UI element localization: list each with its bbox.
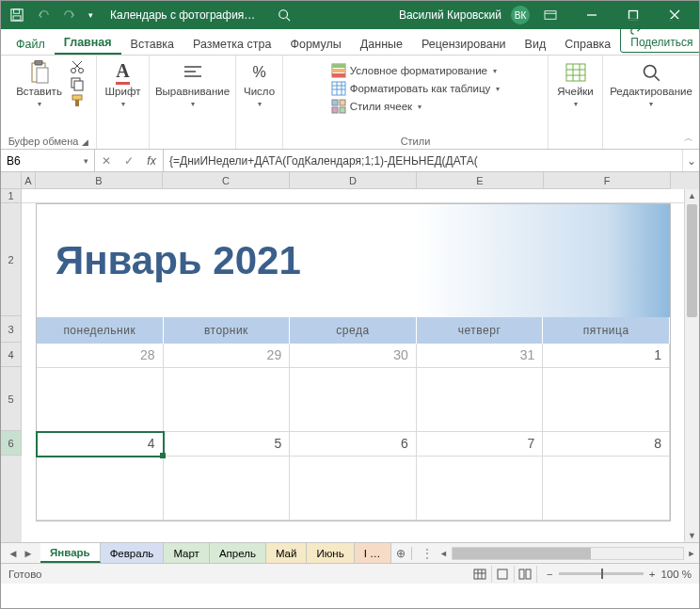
chevron-down-icon[interactable]: ▾ (84, 156, 88, 166)
scroll-up-icon[interactable]: ▲ (685, 189, 699, 202)
expand-formula-bar[interactable]: ⌄ (682, 150, 699, 171)
col-header[interactable]: C (163, 172, 290, 189)
col-header[interactable]: E (417, 172, 544, 189)
sheet-tab[interactable]: І … (355, 543, 391, 563)
zoom-out-button[interactable]: − (547, 569, 553, 580)
calendar-cell[interactable] (290, 457, 417, 521)
font-dropdown[interactable]: A Шрифт ▾ (102, 59, 145, 110)
calendar-cell[interactable] (37, 368, 164, 432)
sheet-nav-next[interactable]: ► (22, 548, 35, 559)
row-header[interactable]: 1 (1, 189, 22, 203)
conditional-formatting-button[interactable]: Условное форматирование▾ (331, 63, 497, 78)
row-header[interactable]: 6 (1, 431, 22, 456)
calendar-cell[interactable] (164, 457, 291, 521)
user-name[interactable]: Василий Кировский (399, 8, 501, 22)
cells-dropdown[interactable]: Ячейки ▾ (553, 59, 597, 110)
scroll-left-icon[interactable]: ◄ (437, 549, 452, 558)
collapse-ribbon-button[interactable]: ︿ (684, 132, 693, 145)
normal-view-button[interactable] (469, 566, 492, 583)
page-layout-view-button[interactable] (492, 566, 515, 583)
tab-file[interactable]: Файл (7, 33, 55, 55)
zoom-level[interactable]: 100 % (660, 569, 692, 580)
scroll-thumb[interactable] (453, 548, 591, 559)
enter-formula-button[interactable]: ✓ (118, 154, 140, 168)
page-break-view-button[interactable] (515, 566, 537, 583)
tab-formulas[interactable]: Формулы (280, 33, 350, 55)
paste-button[interactable]: Вставить ▾ (12, 59, 66, 110)
name-box[interactable]: B6 ▾ (1, 150, 95, 171)
insert-function-button[interactable]: fx (140, 154, 163, 168)
cell-styles-button[interactable]: Стили ячеек▾ (331, 99, 422, 114)
col-header[interactable]: F (544, 172, 671, 189)
calendar-cell[interactable]: 7 (417, 432, 544, 457)
number-dropdown[interactable]: % Число ▾ (240, 59, 278, 110)
calendar-cell[interactable] (543, 368, 670, 432)
calendar-cell[interactable]: 31 (417, 344, 544, 368)
sheet-tab[interactable]: Апрель (210, 543, 266, 563)
share-button[interactable]: Поделиться (620, 19, 700, 53)
vertical-scrollbar[interactable]: ▲ ▼ (684, 189, 699, 542)
user-avatar[interactable]: ВК (511, 6, 530, 24)
calendar-cell[interactable]: 5 (164, 432, 291, 457)
format-painter-button[interactable] (70, 93, 85, 108)
tab-home[interactable]: Главная (55, 31, 121, 55)
tab-layout[interactable]: Разметка стра (183, 33, 280, 55)
scroll-thumb[interactable] (687, 204, 697, 317)
row-header[interactable]: 4 (1, 343, 22, 367)
calendar-cell[interactable]: 8 (543, 432, 670, 457)
scroll-right-icon[interactable]: ► (684, 549, 699, 558)
calendar-cell[interactable]: 29 (164, 344, 291, 368)
tab-help[interactable]: Справка (555, 33, 620, 55)
row-header[interactable]: 3 (1, 316, 22, 343)
sheet-tab[interactable]: Март (164, 543, 210, 563)
tab-data[interactable]: Данные (351, 33, 412, 55)
calendar-cell-selected[interactable]: 4 (37, 432, 164, 457)
new-sheet-button[interactable]: ⊕ (391, 547, 412, 560)
sheet-tab[interactable]: Февраль (101, 543, 165, 563)
zoom-in-button[interactable]: + (649, 569, 656, 580)
col-header[interactable]: D (290, 172, 417, 189)
undo-button[interactable] (31, 4, 56, 26)
clipboard-launcher[interactable]: ◢ (82, 137, 88, 147)
cut-button[interactable] (70, 59, 85, 74)
zoom-slider[interactable] (559, 572, 644, 575)
select-all-corner[interactable] (1, 172, 22, 189)
search-button[interactable] (272, 4, 296, 26)
col-header[interactable]: A (22, 172, 36, 189)
status-ready: Готово (8, 569, 42, 580)
calendar-cell[interactable]: 1 (543, 344, 670, 368)
sheet-nav-prev[interactable]: ◄ (7, 548, 20, 559)
calendar-cell[interactable]: 30 (290, 344, 417, 368)
editing-dropdown[interactable]: Редактирование ▾ (606, 59, 696, 110)
col-header[interactable]: B (36, 172, 163, 189)
sheet-tab[interactable]: Январь (40, 543, 101, 563)
qat-customize[interactable]: ▾ (84, 4, 97, 26)
calendar-cell[interactable]: 6 (290, 432, 417, 457)
sheet-tab[interactable]: Май (266, 543, 308, 563)
cancel-formula-button[interactable]: ✕ (95, 154, 118, 168)
calendar-cell[interactable] (290, 368, 417, 432)
tab-insert[interactable]: Вставка (121, 33, 183, 55)
redo-button[interactable] (57, 4, 82, 26)
calendar-cell[interactable]: 28 (37, 344, 164, 368)
format-as-table-button[interactable]: Форматировать как таблицу▾ (331, 81, 501, 96)
calendar-cell[interactable] (164, 368, 291, 432)
copy-button[interactable] (70, 76, 85, 91)
alignment-dropdown[interactable]: Выравнивание ▾ (151, 59, 233, 110)
minimize-button[interactable] (571, 1, 612, 29)
horizontal-scrollbar[interactable]: ⋮ ◄ ► (418, 547, 699, 560)
scroll-down-icon[interactable]: ▼ (685, 529, 699, 542)
ribbon-display-button[interactable] (530, 1, 571, 29)
tab-view[interactable]: Вид (516, 33, 556, 55)
formula-input[interactable]: {=ДниИНедели+ДАТА(ГодКалендаря;1;1)-ДЕНЬ… (164, 150, 682, 171)
calendar-cell[interactable] (37, 457, 164, 521)
row-header[interactable]: 2 (1, 203, 22, 316)
calendar-cell[interactable] (417, 368, 544, 432)
calendar-cell[interactable] (543, 457, 670, 521)
cell-area[interactable]: Январь 2021 понедельник вторник среда че… (22, 189, 699, 542)
row-header[interactable]: 5 (1, 367, 22, 431)
sheet-tab[interactable]: Июнь (307, 543, 354, 563)
calendar-cell[interactable] (417, 457, 544, 521)
save-button[interactable] (5, 4, 29, 26)
tab-review[interactable]: Рецензировани (412, 33, 516, 55)
